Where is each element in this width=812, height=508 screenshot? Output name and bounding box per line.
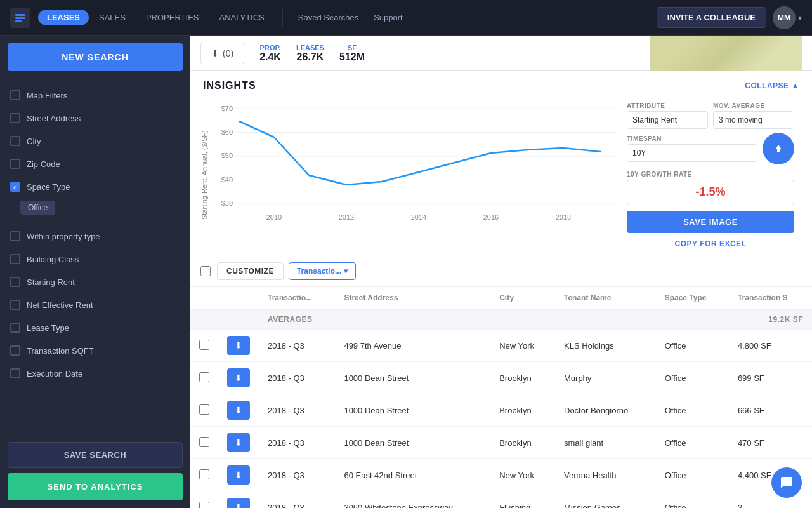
growth-rate-section: 10Y GROWTH RATE -1.5% [627,171,794,204]
filter-item-building-class[interactable]: Building Class [0,248,190,271]
filter-item-street-address[interactable]: Street Address [0,107,190,130]
row-period: 2018 - Q3 [259,330,335,362]
send-to-analytics-button[interactable]: SEND TO ANALYTICS [8,473,183,500]
row-address: 60 East 42nd Street [335,459,490,491]
row-space-type: Office [656,427,729,459]
nav-tab-sales[interactable]: SALES [89,13,136,22]
customize-button[interactable]: CUSTOMIZE [217,262,284,280]
table-section: CUSTOMIZE Transactio... ▾ Transactio... … [190,256,812,508]
row-city: Brooklyn [490,394,555,427]
table-header: Transactio... Street Address City Tenant… [190,287,812,309]
avatar-chevron-icon[interactable]: ▾ [798,13,802,22]
row-download-button[interactable]: ⬇ [227,465,250,485]
chart-area: $70 $60 $50 $40 $30 2010 2012 2014 2016 … [211,102,617,248]
collapse-button[interactable]: COLLAPSE ▲ [745,81,799,90]
row-checkbox[interactable] [199,502,209,509]
filter-checkbox-zip-code [10,159,20,169]
new-search-button[interactable]: NEW SEARCH [8,43,183,71]
row-address: 3060 Whitestone Expressway [335,491,490,509]
main-layout: NEW SEARCH Map Filters Street Address Ci… [0,36,812,508]
nav-tab-analytics[interactable]: ANALYTICS [209,13,275,22]
space-type-tag[interactable]: Office [20,201,55,215]
filter-checkbox-map-filters [10,90,20,100]
filter-item-net-effective-rent[interactable]: Net Effective Rent [0,293,190,316]
row-download-button[interactable]: ⬇ [227,433,250,452]
filter-checkbox-transaction-sqft [10,345,20,356]
row-address: 1000 Dean Street [335,427,490,459]
copy-for-excel-button[interactable]: COPY FOR EXCEL [627,239,794,248]
nav-tab-properties[interactable]: PROPERTIES [136,13,209,22]
row-checkbox[interactable] [199,469,209,479]
row-download-button[interactable]: ⬇ [227,368,250,387]
stat-prop: PROP. 2.4K [259,44,281,63]
table-row: ⬇ 2018 - Q3 499 7th Avenue New York KLS … [190,330,812,362]
svg-text:2014: 2014 [411,213,426,221]
row-sqft: 4,800 SF [729,330,812,362]
filter-label-starting-rent: Starting Rent [27,277,75,287]
row-tenant: Murphy [555,362,656,394]
timespan-row: TIMESPAN 10Y [627,135,794,164]
chat-fab[interactable] [771,467,802,498]
row-sqft: 699 SF [729,362,812,394]
row-checkbox[interactable] [199,404,209,415]
filter-label-transaction-sqft: Transaction SQFT [27,346,94,356]
attribute-select[interactable]: Starting Rent [627,111,708,129]
growth-rate-label: 10Y GROWTH RATE [627,171,794,178]
row-city: Flushing [490,491,555,509]
filter-checkbox-net-effective-rent [10,300,20,310]
upload-fab[interactable] [763,133,794,164]
col-checkbox [190,287,218,309]
row-checkbox[interactable] [199,437,209,447]
svg-rect-1 [15,17,25,19]
table-row: ⬇ 2018 - Q3 1000 Dean Street Brooklyn Do… [190,394,812,427]
row-period: 2018 - Q3 [259,362,335,394]
download-button[interactable]: ⬇ (0) [200,43,244,64]
invite-colleague-button[interactable]: INVITE A COLLEAGUE [657,7,766,28]
filter-list: Map Filters Street Address City Zip Code… [0,79,190,434]
stat-sf: SF 512M [339,44,365,63]
row-city: New York [490,330,555,362]
filter-checkbox-starting-rent [10,277,20,287]
table-row: ⬇ 2018 - Q3 1000 Dean Street Brooklyn sm… [190,427,812,459]
avatar[interactable]: MM [773,6,796,29]
select-all-checkbox[interactable] [200,266,211,276]
row-download-button[interactable]: ⬇ [227,336,250,355]
logo[interactable] [10,8,30,28]
row-address: 499 7th Avenue [335,330,490,362]
filter-item-within-property-type[interactable]: Within property type [0,225,190,248]
nav-tab-leases[interactable]: LEASES [38,10,89,25]
filter-item-city[interactable]: City [0,130,190,152]
row-checkbox[interactable] [199,372,209,382]
sidebar: NEW SEARCH Map Filters Street Address Ci… [0,36,190,508]
filter-item-space-type[interactable]: Space Type [0,175,190,198]
nav-link-saved-searches[interactable]: Saved Searches [291,13,366,22]
filter-label-city: City [27,137,41,146]
table-row: ⬇ 2018 - Q3 1000 Dean Street Brooklyn Mu… [190,362,812,394]
svg-rect-2 [15,20,22,22]
filter-checkbox-within-property [10,231,20,241]
row-tenant: Doctor Bongiorno [555,394,656,427]
map-thumbnail[interactable] [650,36,802,71]
attribute-group: ATTRIBUTE Starting Rent [627,102,708,129]
filter-item-execution-date[interactable]: Execution Date [0,362,190,385]
row-download-button[interactable]: ⬇ [227,401,250,420]
stat-leases-label: LEASES [296,44,324,51]
save-search-button[interactable]: SAVE SEARCH [8,442,183,468]
filter-item-transaction-sqft[interactable]: Transaction SQFT [0,339,190,362]
row-download-button[interactable]: ⬇ [227,498,250,508]
timespan-select[interactable]: 10Y [627,144,757,162]
filter-item-starting-rent[interactable]: Starting Rent [0,271,190,293]
filter-item-map-filters[interactable]: Map Filters [0,84,190,107]
filter-item-zip-code[interactable]: Zip Code [0,152,190,175]
filter-item-lease-type[interactable]: Lease Type [0,316,190,339]
y-axis-label: Starting Rent, Annual, ($/SF) [200,102,208,248]
moving-average-select[interactable]: 3 mo moving [713,111,794,129]
row-space-type: Office [656,330,729,362]
nav-link-support[interactable]: Support [366,13,410,22]
save-image-button[interactable]: SAVE IMAGE [627,211,794,233]
column-filter-button[interactable]: Transactio... ▾ [289,262,356,280]
table-body: AVERAGES 19.2K SF ⬇ 2018 - Q3 499 7th Av… [190,309,812,508]
col-download [218,287,259,309]
row-checkbox[interactable] [199,340,209,350]
row-space-type: Office [656,491,729,509]
